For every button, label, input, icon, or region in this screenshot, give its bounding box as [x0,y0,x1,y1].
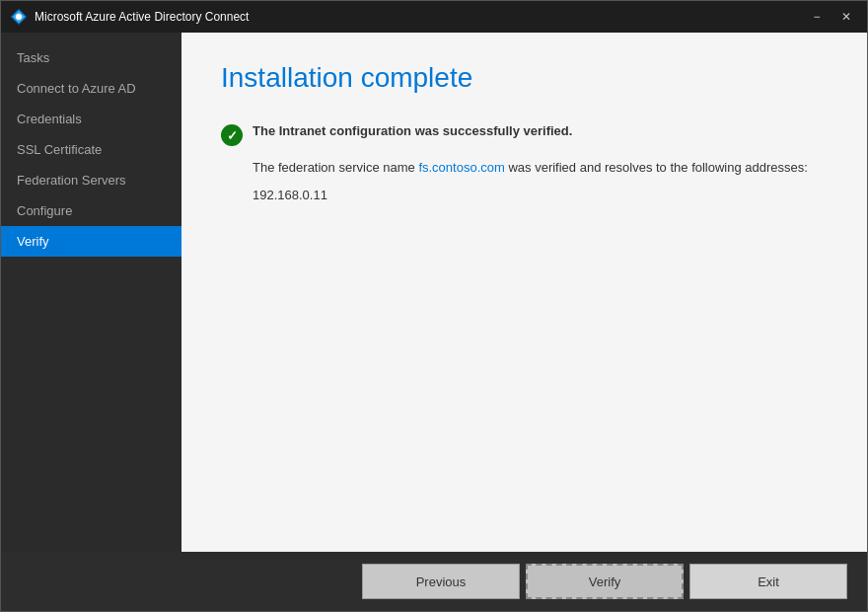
sidebar-item-verify[interactable]: Verify [1,226,181,257]
sidebar: Tasks Connect to Azure AD Credentials SS… [1,33,181,552]
sidebar-item-connect-azure-ad[interactable]: Connect to Azure AD [1,73,181,104]
page-title: Installation complete [221,62,828,94]
description-text: The federation service name fs.contoso.c… [253,158,828,178]
minimize-button[interactable]: − [804,7,830,27]
app-window: Microsoft Azure Active Directory Connect… [0,0,868,612]
footer: Previous Verify Exit [1,552,867,611]
exit-button[interactable]: Exit [689,564,847,599]
federation-link[interactable]: fs.contoso.com [418,160,504,175]
sidebar-item-federation-servers[interactable]: Federation Servers [1,165,181,195]
description-suffix: was verified and resolves to the followi… [505,160,808,175]
window-title: Microsoft Azure Active Directory Connect [35,10,804,24]
window-controls: − ✕ [804,7,859,27]
sidebar-item-configure[interactable]: Configure [1,195,181,226]
sidebar-item-ssl-certificate[interactable]: SSL Certificate [1,134,181,165]
description-prefix: The federation service name [253,160,418,175]
previous-button[interactable]: Previous [362,564,520,599]
close-button[interactable]: ✕ [833,7,859,27]
title-bar: Microsoft Azure Active Directory Connect… [1,1,867,33]
sidebar-item-credentials[interactable]: Credentials [1,104,181,134]
verify-button[interactable]: Verify [526,564,684,599]
main-content: Tasks Connect to Azure AD Credentials SS… [1,33,867,552]
ip-address: 192.168.0.11 [253,188,828,202]
success-message: The Intranet configuration was successfu… [253,123,572,138]
svg-point-2 [16,14,22,20]
success-icon [221,124,243,146]
content-panel: Installation complete The Intranet confi… [181,33,867,552]
app-icon [9,7,29,27]
sidebar-item-tasks[interactable]: Tasks [1,42,181,73]
success-section: The Intranet configuration was successfu… [221,123,828,146]
